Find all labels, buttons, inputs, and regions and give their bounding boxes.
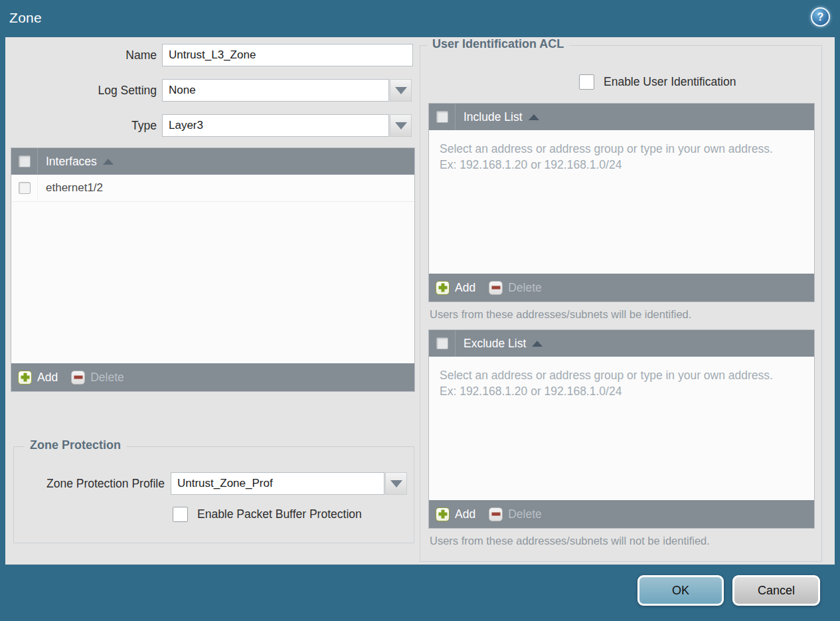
packet-buffer-protection-checkbox[interactable]	[173, 507, 188, 522]
interface-row-checkbox-cell	[11, 175, 38, 201]
exclude-delete-button[interactable]: Delete	[475, 507, 542, 521]
log-setting-input[interactable]	[162, 79, 389, 102]
exclude-list-header[interactable]: Exclude List	[429, 330, 814, 357]
interfaces-delete-button[interactable]: Delete	[58, 371, 124, 385]
interfaces-header-label: Interfaces	[38, 155, 97, 169]
include-list-hint: Users from these addresses/subnets will …	[430, 308, 691, 321]
interfaces-table-footer: Add Delete	[11, 363, 414, 391]
zone-protection-section: Zone Protection Zone Protection Profile …	[13, 446, 414, 543]
add-icon	[436, 281, 450, 295]
interface-name: ethernet1/2	[38, 181, 103, 195]
zone-protection-profile-dropdown-button[interactable]	[385, 472, 407, 495]
include-list-body: Select an address or address group or ty…	[429, 130, 814, 274]
help-icon[interactable]: ?	[811, 7, 830, 27]
exclude-list-header-label: Exclude List	[456, 337, 526, 351]
name-label: Name	[5, 44, 157, 66]
user-identification-acl-legend: User Identification ACL	[427, 37, 569, 51]
zone-protection-legend: Zone Protection	[25, 438, 126, 452]
interfaces-add-button[interactable]: Add	[18, 371, 58, 385]
chevron-down-icon	[395, 122, 407, 130]
exclude-select-all-checkbox[interactable]	[436, 337, 448, 349]
exclude-add-button[interactable]: Add	[436, 507, 475, 521]
include-add-button[interactable]: Add	[436, 281, 475, 295]
interfaces-table: Interfaces ethernet1/2 Add Delete	[11, 147, 415, 392]
zone-protection-profile-input[interactable]	[171, 472, 384, 495]
exclude-select-all-cell	[429, 330, 456, 357]
packet-buffer-protection-label: Enable Packet Buffer Protection	[197, 507, 362, 522]
interface-row-checkbox[interactable]	[19, 182, 31, 194]
dialog-title: Zone	[9, 10, 42, 26]
log-setting-label: Log Setting	[5, 79, 157, 102]
include-list-footer: Add Delete	[429, 274, 814, 302]
chevron-down-icon	[395, 87, 407, 94]
log-setting-dropdown-button[interactable]	[390, 79, 412, 102]
delete-icon	[489, 281, 503, 295]
enable-user-identification-checkbox[interactable]	[579, 74, 594, 90]
interfaces-table-body: ethernet1/2	[11, 175, 414, 363]
delete-icon	[489, 507, 503, 521]
exclude-list-hint: Users from these addresses/subnets will …	[430, 535, 710, 547]
name-input[interactable]	[162, 44, 413, 66]
exclude-list-footer: Add Delete	[429, 500, 814, 528]
type-label: Type	[5, 114, 157, 137]
enable-user-identification-label: Enable User Identification	[604, 74, 736, 90]
cancel-button[interactable]: Cancel	[732, 575, 820, 606]
sort-asc-icon	[529, 114, 539, 120]
include-list-placeholder: Select an address or address group or ty…	[429, 130, 788, 184]
sort-asc-icon	[103, 159, 114, 165]
interfaces-select-all-checkbox[interactable]	[19, 155, 31, 167]
exclude-list-body: Select an address or address group or ty…	[429, 357, 814, 500]
include-select-all-checkbox[interactable]	[436, 111, 448, 123]
interfaces-table-header[interactable]: Interfaces	[11, 148, 414, 175]
include-list-header[interactable]: Include List	[429, 104, 814, 130]
include-list-panel: Include List Select an address or addres…	[428, 103, 815, 302]
include-delete-button[interactable]: Delete	[475, 281, 542, 295]
include-list-header-label: Include List	[456, 110, 523, 124]
user-identification-acl-section: User Identification ACL Enable User Iden…	[420, 45, 822, 562]
chevron-down-icon	[390, 480, 402, 488]
exclude-list-placeholder: Select an address or address group or ty…	[429, 357, 788, 410]
add-icon	[436, 507, 450, 521]
interfaces-select-all-cell	[11, 148, 38, 175]
zone-dialog-body: Name Log Setting Type Interfaces etherne…	[5, 37, 835, 565]
type-input[interactable]	[162, 114, 389, 137]
add-icon	[18, 371, 32, 385]
ok-button[interactable]: OK	[637, 575, 724, 606]
interface-row[interactable]: ethernet1/2	[11, 175, 414, 202]
include-select-all-cell	[429, 104, 456, 130]
type-dropdown-button[interactable]	[390, 114, 412, 137]
exclude-list-panel: Exclude List Select an address or addres…	[428, 329, 815, 529]
sort-asc-icon	[532, 341, 543, 347]
delete-icon	[71, 371, 85, 385]
help-icon-glyph: ?	[817, 11, 824, 23]
zone-protection-profile-label: Zone Protection Profile	[14, 472, 165, 495]
